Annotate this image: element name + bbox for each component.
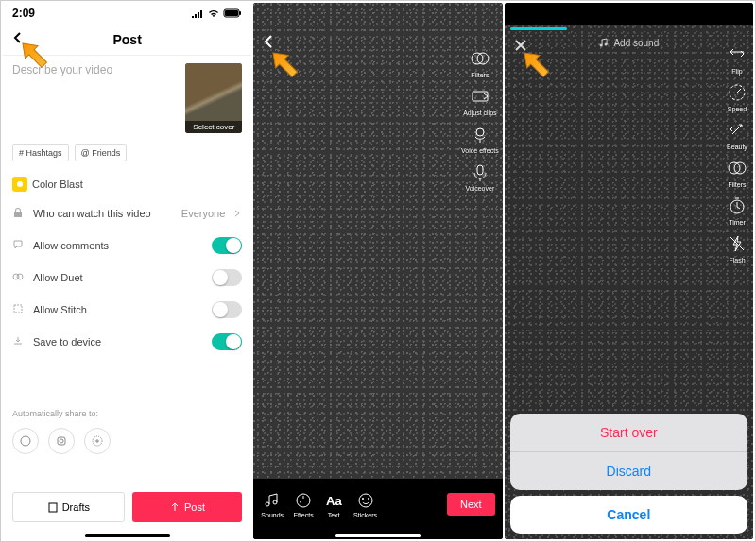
home-indicator (85, 534, 170, 537)
svg-rect-17 (472, 92, 488, 101)
phone-edit-screen: 2:29 Filters Adjust clips Voice effects … (253, 3, 502, 539)
record-progress (510, 27, 567, 30)
stitch-toggle[interactable] (212, 301, 242, 318)
battery-icon (223, 8, 242, 18)
effects-icon (293, 490, 314, 511)
flip-tool[interactable]: Flip (725, 42, 749, 75)
color-blast-row[interactable]: Color Blast (3, 171, 251, 197)
svg-rect-1 (225, 10, 238, 16)
filters-icon (725, 156, 749, 180)
cancel-button[interactable]: Cancel (510, 496, 747, 534)
text-label: Text (328, 512, 340, 518)
effects-tool[interactable]: Effects (293, 490, 314, 518)
start-over-button[interactable]: Start over (510, 414, 747, 451)
next-label: Next (460, 499, 482, 510)
hashtags-chip[interactable]: # Hashtags (12, 144, 69, 161)
speed-icon (725, 80, 749, 105)
chip-row: # Hashtags @ Friends (3, 141, 251, 171)
effects-label: Effects (293, 512, 313, 518)
wifi-icon (207, 8, 220, 18)
post-button[interactable]: Post (132, 492, 243, 522)
add-sound-button[interactable]: Add sound (598, 37, 659, 48)
duet-row: Allow Duet (3, 262, 251, 294)
friends-chip[interactable]: @ Friends (75, 144, 128, 161)
share-chat-icon[interactable] (12, 428, 39, 454)
adjust-clips-tool[interactable]: Adjust clips (461, 84, 499, 116)
status-bar: 2:09 (3, 3, 251, 24)
stitch-label: Allow Stitch (33, 304, 204, 315)
beauty-label: Beauty (727, 144, 747, 150)
beauty-tool[interactable]: Beauty (725, 118, 749, 150)
sounds-tool[interactable]: Sounds (261, 490, 284, 518)
comments-label: Allow comments (33, 240, 204, 251)
sounds-icon (262, 490, 283, 511)
chevron-right-icon (232, 209, 242, 218)
sounds-label: Sounds (261, 512, 284, 518)
adjust-clips-label: Adjust clips (463, 110, 496, 116)
color-blast-label: Color Blast (32, 178, 83, 190)
comments-row: Allow comments (3, 229, 251, 262)
adjust-clips-icon (468, 84, 492, 109)
save-row: Save to device (3, 326, 251, 358)
drafts-button[interactable]: Drafts (12, 492, 125, 522)
speed-label: Speed (728, 106, 747, 112)
cover-thumbnail[interactable]: Select cover (185, 63, 242, 133)
timer-icon (725, 194, 749, 218)
bottom-toolbar: Sounds Effects AaText Stickers Next (253, 479, 502, 539)
svg-point-24 (359, 494, 372, 507)
flash-icon (725, 231, 749, 256)
music-icon (598, 37, 610, 48)
signal-icon (191, 8, 204, 18)
svg-point-26 (368, 498, 369, 500)
header-title: Post (112, 32, 141, 47)
flip-icon (725, 42, 749, 67)
duet-icon (12, 269, 26, 286)
duet-toggle[interactable] (212, 269, 242, 286)
status-icons (191, 8, 242, 18)
privacy-row[interactable]: Who can watch this video Everyone (3, 197, 251, 229)
stickers-tool[interactable]: Stickers (353, 490, 377, 518)
privacy-value: Everyone (181, 208, 225, 219)
flash-tool[interactable]: Flash (725, 231, 749, 263)
svg-point-25 (362, 498, 364, 500)
discard-button[interactable]: Discard (510, 451, 747, 490)
phone-record-screen: Add sound Flip Speed Beauty Filters Time… (505, 3, 753, 539)
comments-toggle[interactable] (212, 237, 242, 254)
post-icon (169, 501, 180, 513)
svg-point-9 (60, 439, 63, 443)
text-icon: Aa (323, 490, 344, 511)
voiceover-tool[interactable]: Voiceover (461, 160, 499, 192)
svg-rect-11 (49, 503, 57, 512)
voice-effects-icon (468, 122, 492, 146)
auto-share-label: Automatically share to: (3, 405, 251, 422)
save-toggle[interactable] (212, 333, 242, 350)
right-toolbar: Flip Speed Beauty Filters Timer Flash (725, 42, 749, 263)
stickers-label: Stickers (353, 512, 377, 518)
flip-label: Flip (731, 68, 742, 75)
stickers-icon (355, 490, 376, 511)
timer-tool[interactable]: Timer (725, 194, 749, 226)
share-instagram-icon[interactable] (48, 428, 75, 454)
status-time: 2:09 (12, 7, 35, 20)
comment-icon (12, 237, 26, 254)
filters-tool[interactable]: Filters (461, 46, 499, 78)
svg-text:Aa: Aa (326, 494, 342, 508)
post-label: Post (184, 501, 205, 513)
filters-label: Filters (728, 181, 746, 188)
text-tool[interactable]: AaText (323, 490, 344, 518)
right-toolbar: Filters Adjust clips Voice effects Voice… (461, 46, 499, 192)
filters-label: Filters (471, 72, 489, 78)
speed-tool[interactable]: Speed (725, 80, 749, 112)
save-label: Save to device (33, 336, 204, 347)
flash-label: Flash (729, 257, 745, 263)
svg-point-20 (266, 502, 269, 506)
filters-tool[interactable]: Filters (725, 156, 749, 188)
svg-point-7 (21, 436, 30, 446)
next-button[interactable]: Next (447, 493, 495, 516)
svg-rect-6 (14, 305, 22, 313)
share-more-icon[interactable] (84, 428, 111, 454)
add-sound-label: Add sound (613, 38, 659, 48)
svg-point-28 (605, 43, 608, 46)
voice-effects-tool[interactable]: Voice effects (461, 122, 499, 154)
svg-rect-19 (477, 165, 483, 175)
